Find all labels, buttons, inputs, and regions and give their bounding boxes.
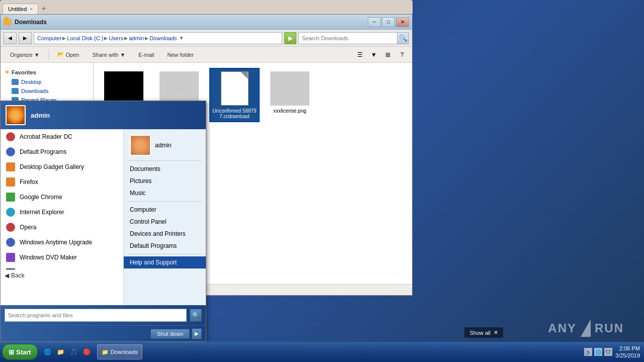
- sm-item-fax-scan[interactable]: Windows Fax and Scan: [1, 265, 123, 270]
- back-button[interactable]: ◀: [4, 32, 17, 44]
- toolbar-right: ☰ ▼ ⊞ ?: [354, 49, 408, 60]
- forward-button[interactable]: ▶: [19, 32, 32, 44]
- sm-right-computer[interactable]: Computer: [124, 204, 206, 216]
- close-button[interactable]: ✕: [396, 17, 409, 27]
- sm-user-avatar: [130, 135, 151, 156]
- start-menu-left: Acrobat Reader DC Default Programs Deskt…: [1, 129, 124, 305]
- view-list-button[interactable]: ☰: [354, 49, 366, 60]
- nav-item-downloads[interactable]: Downloads: [1, 86, 93, 96]
- taskbar-quick-launch: 🌐 📁 🎵 🔴: [40, 346, 95, 358]
- maximize-button[interactable]: □: [382, 17, 395, 27]
- tab-close-icon[interactable]: ×: [30, 7, 33, 12]
- browser-tabbar: Untitled × +: [0, 0, 413, 14]
- tab-title: Untitled: [8, 6, 27, 12]
- toolbar-row: Organize ▼ 📂 Open Share with ▼ E-mail Ne…: [1, 47, 412, 63]
- search-programs-input[interactable]: [5, 309, 187, 322]
- file-item-xxxlicense[interactable]: ··· xxxlicense.png: [265, 68, 315, 117]
- sm-item-acrobat[interactable]: Acrobat Reader DC: [1, 129, 123, 144]
- sm-right-control-panel[interactable]: Control Panel: [124, 216, 206, 228]
- address-go-button[interactable]: ▶: [284, 32, 296, 44]
- favorites-header[interactable]: ★ Favorites: [1, 67, 93, 77]
- breadcrumb-local-disk[interactable]: Local Disk (C:): [67, 35, 103, 41]
- tray-network-icon[interactable]: 🌐: [594, 348, 602, 356]
- address-box[interactable]: Computer ▶ Local Disk (C:) ▶ Users ▶ adm…: [34, 32, 282, 44]
- quick-media-icon[interactable]: 🎵: [68, 346, 80, 358]
- quick-folder-icon[interactable]: 📁: [55, 346, 67, 358]
- tray-volume-icon[interactable]: 🔊: [584, 348, 592, 356]
- sm-right-user[interactable]: admin: [124, 132, 206, 158]
- desktop-folder-icon: [12, 79, 19, 85]
- sm-item-gadget-gallery[interactable]: Desktop Gadget Gallery: [1, 159, 123, 174]
- sm-right-music[interactable]: Music: [124, 187, 206, 199]
- sm-right-default-programs[interactable]: Default Programs: [124, 240, 206, 252]
- dvd-maker-icon: [6, 253, 15, 262]
- breadcrumb-users[interactable]: Users: [109, 35, 123, 41]
- sm-item-dvd-maker[interactable]: Windows DVD Maker: [1, 250, 123, 265]
- open-button[interactable]: 📂 Open: [52, 49, 85, 61]
- acrobat-icon: [6, 132, 15, 141]
- sm-right-help-support[interactable]: Help and Support: [124, 256, 206, 268]
- show-all-button[interactable]: Show all ✕: [464, 327, 503, 338]
- sm-item-default-programs[interactable]: Default Programs: [1, 144, 123, 159]
- crdownload-thumbnail: [214, 71, 255, 106]
- email-button[interactable]: E-mail: [133, 49, 159, 61]
- system-clock[interactable]: 2:06 PM 3/25/2019: [615, 345, 640, 359]
- sm-item-firefox[interactable]: Firefox: [1, 174, 123, 190]
- search-input[interactable]: [298, 32, 397, 44]
- breadcrumb-admin[interactable]: admin: [129, 35, 144, 41]
- view-dropdown-button[interactable]: ▼: [368, 49, 380, 60]
- quick-ie-icon[interactable]: 🌐: [42, 346, 54, 358]
- quick-security-icon[interactable]: 🔴: [81, 346, 93, 358]
- search-box-container: 🔍: [298, 32, 409, 44]
- taskbar-right: 🔊 🌐 🛡 2:06 PM 3/25/2019: [584, 345, 642, 359]
- start-button[interactable]: ⊞ Start: [2, 344, 38, 360]
- sm-right-devices-printers[interactable]: Devices and Printers: [124, 228, 206, 240]
- taskbar-downloads-window[interactable]: 📁 Downloads: [97, 344, 142, 359]
- start-shutdown-row: Shut down ▶: [1, 325, 206, 341]
- file-item-crdownload[interactable]: Unconfirmed 588797.crdownload: [209, 68, 260, 122]
- search-button[interactable]: 🔍: [397, 32, 409, 44]
- breadcrumb-dropdown-icon[interactable]: ▼: [179, 35, 184, 41]
- breadcrumb-downloads[interactable]: Downloads: [149, 35, 177, 41]
- sm-item-ie[interactable]: Internet Explorer: [1, 205, 123, 220]
- anytime-upgrade-icon: [6, 238, 15, 247]
- sm-right-pictures[interactable]: Pictures: [124, 175, 206, 187]
- firefox-icon: [6, 177, 15, 187]
- downloads-folder-icon: [12, 88, 19, 94]
- window-controls: ─ □ ✕: [368, 17, 409, 27]
- anyrun-watermark: ANY RUN: [548, 319, 624, 337]
- start-menu-body: Acrobat Reader DC Default Programs Deskt…: [1, 129, 206, 305]
- anyrun-triangle-icon: [581, 319, 591, 337]
- sm-item-anytime-upgrade[interactable]: Windows Anytime Upgrade: [1, 235, 123, 250]
- breadcrumb-computer[interactable]: Computer: [37, 35, 61, 41]
- browser-tab[interactable]: Untitled ×: [3, 4, 38, 14]
- search-programs-button[interactable]: 🔍: [190, 309, 202, 322]
- start-menu: admin Acrobat Reader DC Default Programs…: [0, 101, 206, 342]
- sm-item-chrome[interactable]: Google Chrome: [1, 190, 123, 205]
- window-title-left: Downloads: [4, 19, 47, 26]
- favorites-star-icon: ★: [5, 69, 10, 75]
- start-menu-right: admin Documents Pictures Music Computer …: [124, 129, 206, 305]
- folder-open-icon: 📂: [57, 51, 64, 58]
- new-tab-button[interactable]: +: [38, 4, 49, 13]
- help-button[interactable]: ?: [396, 49, 408, 60]
- sm-item-opera[interactable]: Opera: [1, 220, 123, 235]
- default-programs-icon: [6, 147, 15, 156]
- taskbar-folder-icon: 📁: [102, 349, 109, 355]
- crdownload-label: Unconfirmed 588797.crdownload: [212, 108, 257, 119]
- new-folder-button[interactable]: New folder: [162, 49, 200, 61]
- tray-security-icon[interactable]: 🛡: [604, 348, 612, 356]
- sm-right-documents[interactable]: Documents: [124, 163, 206, 175]
- view-details-button[interactable]: ⊞: [382, 49, 394, 60]
- xxxlicense-image: ···: [270, 71, 309, 106]
- taskbar: ⊞ Start 🌐 📁 🎵 🔴 📁 Downloads 🔊 🌐 🛡 2:06 P…: [0, 342, 644, 362]
- shutdown-arrow-button[interactable]: ▶: [192, 328, 202, 339]
- show-all-close-icon[interactable]: ✕: [494, 329, 498, 336]
- shutdown-button[interactable]: Shut down: [150, 329, 190, 339]
- share-with-button[interactable]: Share with ▼: [87, 49, 131, 61]
- organize-button[interactable]: Organize ▼: [5, 49, 45, 61]
- nav-item-desktop[interactable]: Desktop: [1, 77, 93, 86]
- back-button-sm[interactable]: ◀ Back: [5, 272, 25, 279]
- minimize-button[interactable]: ─: [368, 17, 381, 27]
- address-bar-row: ◀ ▶ Computer ▶ Local Disk (C:) ▶ Users ▶…: [1, 30, 412, 47]
